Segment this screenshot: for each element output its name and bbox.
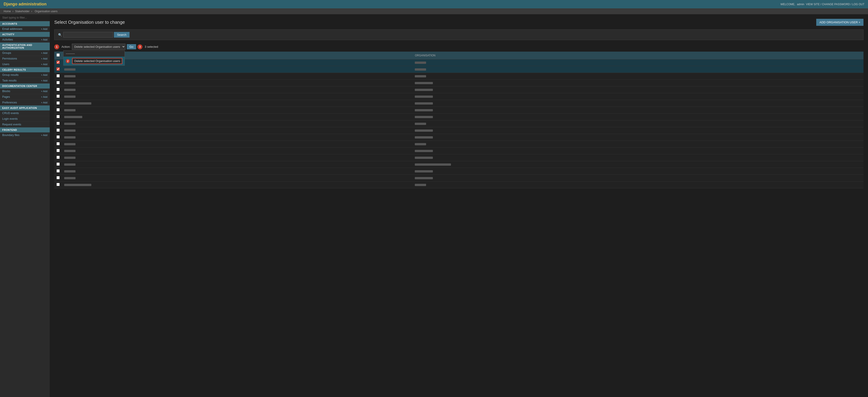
sidebar-filter-input[interactable] [0,14,50,21]
table-row [54,93,864,100]
annotation-badge-1: 1 [54,45,59,49]
row-checkbox[interactable] [57,94,60,98]
username: admin [797,3,804,6]
row-checkbox[interactable] [57,129,60,132]
table-body [54,59,864,188]
sidebar-item-label: Task results [2,79,17,82]
cell-organisation [412,73,864,80]
sidebar-item[interactable]: Groups+ Add [0,50,50,56]
sidebar-item-add-link[interactable]: + Add [41,38,48,41]
row-checkbox[interactable] [57,81,60,84]
sidebar-item[interactable]: Boundary files+ Add [0,133,50,138]
organisation-users-table: USER ORGANISATION [54,52,864,188]
sidebar-item[interactable]: Activities+ Add [0,37,50,42]
sidebar-item[interactable]: Email addresses+ Add [0,26,50,32]
row-checkbox[interactable] [57,115,60,118]
cell-organisation [412,86,864,93]
table-row [54,154,864,161]
cell-organisation [412,181,864,188]
cell-user [62,127,412,134]
sidebar-item[interactable]: Preferences+ Add [0,100,50,106]
sidebar-item-label: Blocks [2,90,10,93]
row-checkbox[interactable] [57,61,60,64]
sidebar-item-label: Boundary files [2,134,20,137]
select-all-checkbox[interactable] [57,53,60,57]
sidebar-item[interactable]: CRUD events [0,110,50,116]
sidebar-item[interactable]: Users+ Add [0,62,50,67]
sidebar-section-header: ACCOUNTS [0,21,50,26]
search-input[interactable] [63,32,113,37]
search-bar: 🔍 Search [54,29,864,40]
view-site-link[interactable]: VIEW SITE [806,3,819,6]
table-row [54,107,864,114]
row-checkbox[interactable] [57,183,60,186]
sidebar-item[interactable]: Permissions+ Add [0,56,50,62]
breadcrumb-current: Organisation users [35,10,57,13]
sidebar-item[interactable]: Pages+ Add [0,94,50,100]
row-checkbox[interactable] [57,67,60,70]
col-organisation[interactable]: ORGANISATION [412,52,864,59]
sidebar-section-header: CELERY RESULTS [0,67,50,72]
row-checkbox[interactable] [57,142,60,145]
row-checkbox[interactable] [57,88,60,91]
sidebar-item[interactable]: Request events [0,122,50,127]
sidebar-item-add-link[interactable]: + Add [41,63,48,66]
table-row [54,100,864,107]
page-header: Select Organisation user to change ADD O… [54,19,864,26]
breadcrumb-stakeholder[interactable]: Stakeholder [15,10,30,13]
cell-organisation [412,154,864,161]
log-out-link[interactable]: LOG OUT [852,3,864,6]
sidebar-item-add-link[interactable]: + Add [41,79,48,82]
action-select[interactable]: ----------Delete selected Organisation u… [72,44,125,50]
row-checkbox[interactable] [57,163,60,166]
row-checkbox[interactable] [57,169,60,172]
table-row [54,181,864,188]
action-option-default[interactable]: ---------- [64,51,125,57]
cell-organisation [412,127,864,134]
breadcrumb-home[interactable]: Home [4,10,11,13]
sidebar-item-add-link[interactable]: + Add [41,52,48,54]
actions-bar: 1 Action: ----------Delete selected Orga… [54,44,864,50]
sidebar-item-label: Group results [2,73,19,77]
row-checkbox[interactable] [57,122,60,125]
welcome-text: WELCOME, [780,3,795,6]
change-password-link[interactable]: CHANGE PASSWORD [822,3,850,6]
action-option-delete[interactable]: 2 Delete selected Organisation users [64,57,125,65]
row-checkbox[interactable] [57,135,60,139]
table-row [54,120,864,127]
sidebar-item-label: Groups [2,51,11,55]
main-content: Select Organisation user to change ADD O… [50,14,868,397]
sidebar-item[interactable]: Group results+ Add [0,72,50,78]
sidebar-item-add-link[interactable]: + Add [41,95,48,98]
row-checkbox[interactable] [57,149,60,152]
row-checkbox[interactable] [57,176,60,179]
search-icon: 🔍 [57,32,63,37]
selected-count: 3 selected [145,45,158,49]
annotation-badge-2: 2 [66,59,70,63]
cell-user [62,114,412,120]
cell-user [62,154,412,161]
cell-user [62,168,412,175]
sidebar-item-add-link[interactable]: + Add [41,101,48,104]
sidebar-item-add-link[interactable]: + Add [41,57,48,60]
sidebar-item-add-link[interactable]: + Add [41,28,48,30]
row-checkbox[interactable] [57,108,60,111]
row-checkbox[interactable] [57,102,60,105]
sidebar-item[interactable]: Login events [0,116,50,122]
sidebar-item-add-link[interactable]: + Add [41,90,48,92]
delete-selected-button[interactable]: Delete selected Organisation users [72,58,122,64]
go-button[interactable]: Go [127,44,136,49]
cell-organisation [412,107,864,114]
row-checkbox[interactable] [57,74,60,77]
search-button[interactable]: Search [114,32,129,37]
sidebar-item-label: Email addresses [2,27,22,31]
topbar: Django administration WELCOME, admin VIE… [0,0,868,8]
sidebar-item-add-link[interactable]: + Add [41,134,48,137]
sidebar-item[interactable]: Task results+ Add [0,78,50,84]
sidebar-item-add-link[interactable]: + Add [41,74,48,76]
sidebar-item[interactable]: Blocks+ Add [0,88,50,94]
add-organisation-user-button[interactable]: ADD ORGANISATION USER + [816,19,864,26]
cell-organisation [412,141,864,148]
sidebar-section-header: EASY AUDIT APPLICATION [0,106,50,110]
row-checkbox[interactable] [57,156,60,159]
